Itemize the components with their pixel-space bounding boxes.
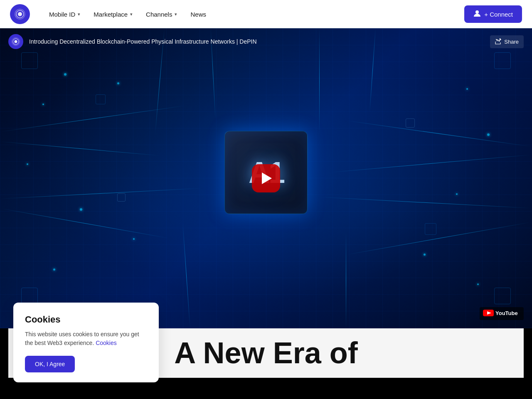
nav-links: Mobile ID ▾ Marketplace ▾ Channels ▾ New… <box>43 7 464 21</box>
nav-label-mobile-id: Mobile ID <box>49 11 75 18</box>
nav-label-news: News <box>190 11 206 18</box>
navbar: Mobile ID ▾ Marketplace ▾ Channels ▾ New… <box>0 0 532 28</box>
nav-right: + Connect <box>464 5 522 23</box>
logo-container[interactable] <box>10 4 30 24</box>
cookies-popup: Cookies This website uses cookies to ens… <box>13 303 159 382</box>
logo-icon <box>10 4 30 24</box>
nav-item-channels[interactable]: Channels ▾ <box>140 7 183 21</box>
nav-item-mobile-id[interactable]: Mobile ID ▾ <box>43 7 86 21</box>
video-title-text: Introducing Decentralized Blockchain-Pow… <box>29 38 257 45</box>
svg-point-0 <box>18 12 22 16</box>
ok-agree-button[interactable]: OK, I Agree <box>25 356 75 372</box>
connect-button[interactable]: + Connect <box>464 5 522 23</box>
youtube-watermark: YouTube <box>480 307 524 320</box>
chevron-icon-marketplace: ▾ <box>130 12 133 17</box>
nav-item-news[interactable]: News <box>185 7 212 21</box>
video-container: A1 Introducing Decentralized Blockchain-… <box>0 28 532 328</box>
play-triangle-icon <box>262 172 272 184</box>
chevron-icon-mobile-id: ▾ <box>78 12 80 17</box>
cookies-text: This website uses cookies to ensure you … <box>25 330 147 347</box>
connect-label: + Connect <box>484 11 513 18</box>
svg-point-4 <box>15 40 17 43</box>
cookies-body-text: This website uses cookies to ensure you … <box>25 331 139 346</box>
nav-label-marketplace: Marketplace <box>94 11 128 18</box>
svg-text:YouTube: YouTube <box>495 310 518 316</box>
nav-item-marketplace[interactable]: Marketplace ▾ <box>88 7 138 21</box>
svg-point-3 <box>475 10 479 14</box>
video-channel-avatar[interactable] <box>8 34 23 49</box>
play-button[interactable] <box>252 164 280 192</box>
cookies-title: Cookies <box>25 314 147 325</box>
video-top-bar: Introducing Decentralized Blockchain-Pow… <box>0 28 532 55</box>
share-label: Share <box>504 39 519 45</box>
youtube-icon: YouTube <box>480 307 524 320</box>
share-icon <box>495 38 502 46</box>
video-title-area: Introducing Decentralized Blockchain-Pow… <box>8 34 257 49</box>
cookies-link[interactable]: Cookies <box>96 340 117 346</box>
chevron-icon-channels: ▾ <box>175 12 177 17</box>
video-bg: A1 <box>0 28 532 328</box>
user-icon <box>473 10 481 19</box>
share-button[interactable]: Share <box>490 35 524 48</box>
nav-label-channels: Channels <box>146 11 172 18</box>
